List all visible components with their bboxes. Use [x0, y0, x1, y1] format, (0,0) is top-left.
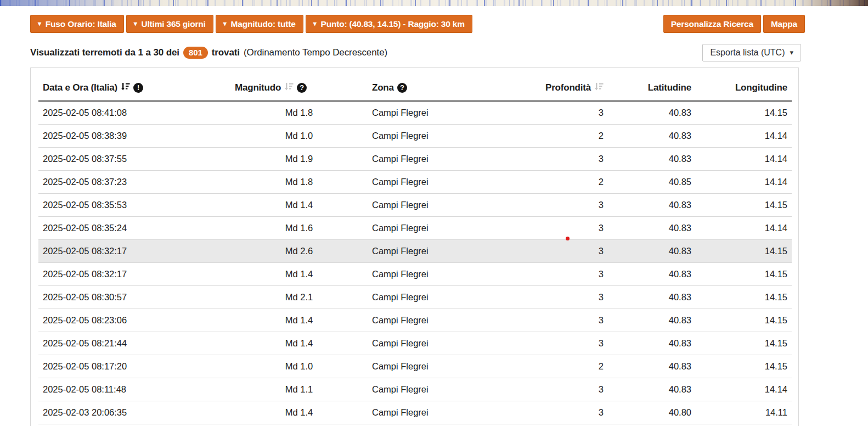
- cell-longitude: 14.14: [696, 125, 792, 148]
- column-header-magnitude[interactable]: Magnitudo ?: [230, 74, 368, 101]
- earthquake-row[interactable]: 2025-02-05 08:35:24 Md 1.6 Campi Flegrei…: [38, 217, 792, 240]
- cell-zone: Campi Flegrei: [368, 240, 526, 263]
- column-header-zone-label: Zona: [372, 82, 394, 93]
- earthquake-row[interactable]: 2025-02-05 08:21:44 Md 1.4 Campi Flegrei…: [38, 332, 792, 355]
- export-list-button[interactable]: Esporta lista (UTC) ▾: [702, 44, 801, 61]
- cell-latitude: 40.83: [608, 286, 696, 309]
- column-header-datetime-label: Data e Ora (Italia): [43, 82, 117, 93]
- cell-magnitude: Md 1.8: [230, 171, 368, 194]
- cell-longitude: 14.14: [696, 217, 792, 240]
- filter-magnitude-button[interactable]: ▾ Magnitudo: tutte: [216, 15, 303, 33]
- cell-magnitude: Md 1.9: [230, 148, 368, 171]
- cell-zone: Campi Flegrei: [368, 378, 526, 401]
- earthquake-row[interactable]: 2025-02-05 08:32:17 Md 2.6 Campi Flegrei…: [38, 240, 792, 263]
- earthquake-row[interactable]: 2025-02-05 08:37:55 Md 1.9 Campi Flegrei…: [38, 148, 792, 171]
- cell-magnitude: Md 2.1: [230, 286, 368, 309]
- sort-inactive-icon[interactable]: [594, 82, 604, 94]
- filter-period-button[interactable]: ▾ Ultimi 365 giorni: [126, 15, 213, 33]
- cell-depth: 3: [526, 332, 608, 355]
- cell-magnitude: Md 1.4: [230, 401, 368, 424]
- cell-latitude: 40.85: [608, 171, 696, 194]
- cell-latitude: 40.83: [608, 194, 696, 217]
- filter-point-radius-button[interactable]: ▾ Punto: (40.83, 14.15) - Raggio: 30 km: [306, 15, 472, 33]
- earthquake-row[interactable]: 2025-02-05 08:38:39 Md 1.0 Campi Flegrei…: [38, 125, 792, 148]
- cell-depth: 3: [526, 286, 608, 309]
- cell-datetime: 2025-02-05 08:32:17: [38, 263, 230, 286]
- cell-depth: 3: [526, 263, 608, 286]
- results-summary-prefix: Visualizzati terremoti da 1 a 30 dei: [30, 47, 179, 58]
- caret-down-icon: ▾: [313, 20, 317, 27]
- info-exclamation-icon[interactable]: !: [133, 83, 143, 93]
- filter-timezone-button[interactable]: ▾ Fuso Orario: Italia: [30, 15, 124, 33]
- cell-datetime: 2025-02-05 08:23:06: [38, 309, 230, 332]
- cell-depth: 2: [526, 125, 608, 148]
- cell-depth: 3: [526, 101, 608, 125]
- sort-inactive-icon[interactable]: [284, 82, 294, 94]
- cell-depth: 3: [526, 378, 608, 401]
- column-header-magnitude-label: Magnitudo: [235, 82, 281, 93]
- cell-magnitude: Md 1.1: [230, 378, 368, 401]
- cell-longitude: 14.14: [696, 378, 792, 401]
- cell-zone: Campi Flegrei: [368, 171, 526, 194]
- cell-latitude: 40.83: [608, 217, 696, 240]
- column-header-longitude: Longitudine: [696, 74, 792, 101]
- map-button[interactable]: Mappa: [763, 15, 805, 33]
- filter-period-label: Ultimi 365 giorni: [142, 19, 206, 29]
- earthquake-row[interactable]: 2025-02-05 08:11:48 Md 1.1 Campi Flegrei…: [38, 378, 792, 401]
- help-question-icon[interactable]: ?: [397, 83, 407, 93]
- earthquake-row[interactable]: 2025-02-05 08:41:08 Md 1.8 Campi Flegrei…: [38, 101, 792, 125]
- cell-latitude: 40.83: [608, 355, 696, 378]
- cell-datetime: 2025-02-05 08:32:17: [38, 240, 230, 263]
- cell-zone: Campi Flegrei: [368, 263, 526, 286]
- cell-longitude: 14.11: [696, 401, 792, 424]
- caret-down-icon: ▾: [38, 20, 41, 27]
- help-question-icon[interactable]: ?: [297, 83, 307, 93]
- earthquake-row[interactable]: 2025-02-05 08:23:06 Md 1.4 Campi Flegrei…: [38, 309, 792, 332]
- earthquake-row[interactable]: 2025-02-05 08:32:17 Md 1.4 Campi Flegrei…: [38, 263, 792, 286]
- earthquake-row[interactable]: 2025-02-03 20:06:35 Md 1.4 Campi Flegrei…: [38, 401, 792, 424]
- earthquake-table: Data e Ora (Italia) ! Magnitudo ?: [38, 74, 792, 424]
- cell-zone: Campi Flegrei: [368, 309, 526, 332]
- column-header-longitude-label: Longitudine: [735, 82, 787, 93]
- cell-latitude: 40.83: [608, 263, 696, 286]
- cell-latitude: 40.83: [608, 378, 696, 401]
- earthquake-row[interactable]: 2025-02-05 08:37:23 Md 1.8 Campi Flegrei…: [38, 171, 792, 194]
- column-header-depth[interactable]: Profondità: [526, 74, 608, 101]
- cell-depth: 2: [526, 355, 608, 378]
- filter-point-radius-label: Punto: (40.83, 14.15) - Raggio: 30 km: [321, 19, 465, 29]
- results-summary-text: Visualizzati terremoti da 1 a 30 dei 801…: [30, 47, 387, 59]
- earthquake-row[interactable]: 2025-02-05 08:17:20 Md 1.0 Campi Flegrei…: [38, 355, 792, 378]
- column-header-depth-label: Profondità: [545, 82, 591, 93]
- cell-depth: 3: [526, 401, 608, 424]
- column-header-latitude-label: Latitudine: [648, 82, 691, 93]
- cell-zone: Campi Flegrei: [368, 355, 526, 378]
- cell-longitude: 14.15: [696, 240, 792, 263]
- cell-longitude: 14.14: [696, 148, 792, 171]
- customize-search-button[interactable]: Personalizza Ricerca: [663, 15, 761, 33]
- cell-datetime: 2025-02-05 08:37:23: [38, 171, 230, 194]
- earthquake-list-panel: Data e Ora (Italia) ! Magnitudo ?: [30, 67, 799, 426]
- sort-descending-active-icon[interactable]: [121, 82, 130, 94]
- earthquake-row[interactable]: 2025-02-05 08:35:53 Md 1.4 Campi Flegrei…: [38, 194, 792, 217]
- results-summary-suffix: trovati: [212, 47, 240, 58]
- caret-down-icon: ▾: [790, 49, 793, 56]
- earthquake-table-body: 2025-02-05 08:41:08 Md 1.8 Campi Flegrei…: [38, 101, 792, 424]
- cell-zone: Campi Flegrei: [368, 101, 526, 125]
- results-ordering-note: (Ordinamento Tempo Decrescente): [244, 47, 387, 58]
- column-header-datetime[interactable]: Data e Ora (Italia) !: [38, 74, 230, 101]
- cell-datetime: 2025-02-05 08:38:39: [38, 125, 230, 148]
- export-list-label: Esporta lista (UTC): [710, 48, 785, 58]
- cell-magnitude: Md 1.0: [230, 355, 368, 378]
- column-header-zone: Zona ?: [368, 74, 526, 101]
- cell-magnitude: Md 1.4: [230, 263, 368, 286]
- cell-latitude: 40.83: [608, 332, 696, 355]
- cell-longitude: 14.14: [696, 171, 792, 194]
- cell-datetime: 2025-02-05 08:41:08: [38, 101, 230, 125]
- earthquake-row[interactable]: 2025-02-05 08:30:57 Md 2.1 Campi Flegrei…: [38, 286, 792, 309]
- cell-latitude: 40.83: [608, 125, 696, 148]
- cell-datetime: 2025-02-05 08:17:20: [38, 355, 230, 378]
- seismogram-banner: [0, 0, 868, 6]
- cell-datetime: 2025-02-05 08:21:44: [38, 332, 230, 355]
- cell-latitude: 40.83: [608, 240, 696, 263]
- customize-search-label: Personalizza Ricerca: [671, 19, 753, 29]
